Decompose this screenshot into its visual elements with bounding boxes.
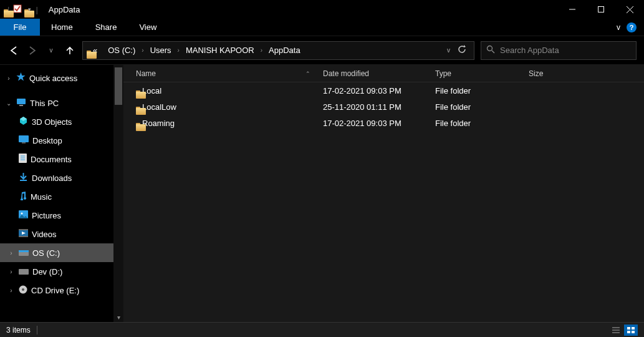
chevron-right-icon[interactable]: ›: [261, 47, 262, 54]
maximize-button[interactable]: [587, 0, 615, 19]
help-button[interactable]: ?: [627, 22, 637, 32]
address-bar[interactable]: « OS (C:) › Users › MANISH KAPOOR › AppD…: [82, 41, 474, 60]
nav-label: OS (C:): [32, 248, 60, 258]
close-button[interactable]: [615, 0, 644, 19]
chevron-right-icon[interactable]: ›: [5, 75, 12, 82]
breadcrumb-0[interactable]: OS (C:): [104, 46, 139, 55]
file-date: 17-02-2021 09:03 PM: [323, 119, 435, 128]
address-dropdown-icon[interactable]: v: [447, 47, 450, 54]
svg-rect-31: [627, 331, 630, 333]
file-row[interactable]: LocalLow 25-11-2020 01:11 PM File folder: [123, 99, 644, 115]
scroll-down-icon[interactable]: ▾: [113, 312, 123, 322]
address-toolbar: v « OS (C:) › Users › MANISH KAPOOR › Ap…: [0, 36, 644, 65]
breadcrumb-1[interactable]: Users: [147, 46, 175, 55]
svg-rect-29: [627, 327, 630, 330]
column-date[interactable]: Date modified: [323, 69, 435, 78]
file-list: Name ⌃ Date modified Type Size Local 17-…: [123, 65, 644, 322]
search-icon: [486, 45, 495, 56]
nav-videos[interactable]: Videos: [0, 225, 123, 243]
status-bar: 3 items: [0, 322, 644, 337]
column-name[interactable]: Name ⌃: [123, 69, 323, 78]
nav-label: Quick access: [29, 74, 77, 83]
file-date: 17-02-2021 09:03 PM: [323, 86, 435, 95]
chevron-right-icon[interactable]: ›: [178, 47, 180, 54]
status-text: 3 items: [6, 326, 31, 335]
nav-desktop[interactable]: Desktop: [0, 131, 123, 150]
chevron-right-icon[interactable]: ›: [7, 268, 15, 275]
tab-view[interactable]: View: [128, 19, 168, 36]
refresh-button[interactable]: [458, 45, 466, 56]
scrollbar-thumb[interactable]: [115, 67, 122, 105]
svg-rect-7: [17, 99, 26, 104]
search-placeholder: Search AppData: [500, 46, 559, 55]
chevron-right-icon[interactable]: ›: [7, 250, 15, 256]
chevron-down-icon[interactable]: ⌄: [5, 100, 12, 107]
back-button[interactable]: [7, 46, 20, 56]
videos-icon: [19, 229, 28, 239]
svg-point-17: [21, 213, 23, 215]
file-row[interactable]: Roaming 17-02-2021 09:03 PM File folder: [123, 115, 644, 131]
nav-dev-d[interactable]: › Dev (D:): [0, 262, 123, 281]
nav-cd-drive-e[interactable]: › CD Drive (E:): [0, 281, 123, 300]
nav-music[interactable]: Music: [0, 187, 123, 206]
tab-share[interactable]: Share: [84, 19, 128, 36]
file-name: Roaming: [142, 119, 175, 128]
column-size[interactable]: Size: [529, 69, 644, 78]
svg-rect-20: [19, 236, 28, 237]
nav-label: Downloads: [32, 173, 72, 183]
tab-file[interactable]: File: [0, 19, 40, 36]
navigation-pane: › Quick access ⌄ This PC 3D Objects Desk…: [0, 65, 123, 322]
quick-access-toolbar: | ▾ |: [4, 4, 40, 15]
status-separator: [37, 326, 37, 335]
svg-rect-2: [598, 7, 604, 12]
svg-line-6: [492, 51, 494, 53]
nav-scrollbar[interactable]: ▴ ▾: [113, 65, 123, 322]
view-toggles: [609, 325, 638, 336]
tab-home[interactable]: Home: [40, 19, 84, 36]
view-details-button[interactable]: [609, 325, 623, 336]
chevron-right-icon[interactable]: ›: [7, 287, 15, 294]
nav-3d-objects[interactable]: 3D Objects: [0, 112, 123, 131]
nav-downloads[interactable]: Downloads: [0, 168, 123, 187]
svg-point-5: [488, 46, 493, 51]
view-large-icons-button[interactable]: [624, 325, 638, 336]
pictures-icon: [19, 210, 28, 220]
nav-quick-access[interactable]: › Quick access: [0, 69, 123, 87]
file-type: File folder: [435, 102, 529, 112]
explorer-body: › Quick access ⌄ This PC 3D Objects Desk…: [0, 65, 644, 322]
address-right: v: [447, 45, 470, 56]
drive-icon: [19, 267, 29, 276]
nav-this-pc[interactable]: ⌄ This PC: [0, 94, 123, 112]
file-type: File folder: [435, 119, 529, 128]
recent-dropdown-icon[interactable]: v: [45, 47, 57, 54]
up-button[interactable]: [64, 46, 76, 56]
nav-pictures[interactable]: Pictures: [0, 206, 123, 225]
svg-rect-32: [632, 331, 635, 333]
column-type[interactable]: Type: [435, 69, 529, 78]
file-row[interactable]: Local 17-02-2021 09:03 PM File folder: [123, 82, 644, 99]
nav-os-c[interactable]: › OS (C:): [0, 243, 123, 262]
search-box[interactable]: Search AppData: [481, 41, 637, 60]
svg-rect-9: [19, 135, 29, 142]
ribbon-tabs: File Home Share View v ?: [0, 19, 644, 36]
3d-objects-icon: [19, 116, 28, 127]
properties-icon[interactable]: [13, 4, 22, 15]
quick-access-icon: [16, 72, 26, 84]
svg-rect-22: [19, 250, 29, 252]
window-controls: [558, 0, 644, 19]
nav-documents[interactable]: Documents: [0, 150, 123, 168]
disc-icon: [19, 285, 27, 296]
nav-label: Pictures: [32, 211, 61, 220]
ribbon-expand-icon[interactable]: v: [617, 23, 620, 32]
documents-icon: [19, 154, 27, 165]
ribbon-right: v ?: [617, 19, 644, 36]
nav-label: CD Drive (E:): [31, 286, 79, 295]
breadcrumb-2[interactable]: MANISH KAPOOR: [182, 46, 258, 55]
minimize-button[interactable]: [558, 0, 587, 19]
svg-rect-19: [19, 229, 28, 230]
nav-label: Documents: [31, 155, 72, 164]
breadcrumb-3[interactable]: AppData: [265, 46, 304, 55]
forward-button[interactable]: [26, 46, 39, 56]
chevron-right-icon[interactable]: ›: [142, 47, 143, 54]
titlebar: | ▾ | AppData: [0, 0, 644, 19]
